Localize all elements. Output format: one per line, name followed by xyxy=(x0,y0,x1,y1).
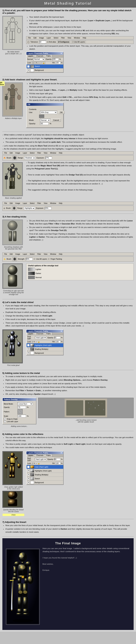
layer-row-bg2[interactable]: 👁 Background xyxy=(27,351,63,355)
fill-cancel-button[interactable]: Cancel xyxy=(51,119,61,122)
layer-eye-sketch2[interactable]: 👁 xyxy=(27,478,30,480)
dodge-menu-select[interactable]: Select xyxy=(29,202,35,204)
fill-use-select[interactable]: 50% Gray Foreground Color Background Col… xyxy=(40,111,57,114)
burn-menu-view[interactable]: View xyxy=(43,152,48,154)
use-all-layers-btn[interactable]: ☐ Use All Layers xyxy=(71,41,86,43)
vivid-fill-input[interactable] xyxy=(55,340,60,343)
burn-menu-edit[interactable]: Edit xyxy=(9,152,13,154)
dodge-menu-file[interactable]: File xyxy=(4,202,8,204)
dodge-exposure-input[interactable] xyxy=(45,207,51,210)
smudge-menu-help[interactable]: Help xyxy=(58,253,63,255)
vivid-tab-paths[interactable]: Paths xyxy=(45,332,52,335)
contiguous-button[interactable]: ☑ Contiguous xyxy=(57,41,70,43)
dodge-menu-image[interactable]: Image xyxy=(15,202,21,204)
pattern-scale-input[interactable] xyxy=(18,415,26,418)
dodge-menu-filter[interactable]: Filter xyxy=(37,202,42,204)
opacity-input[interactable] xyxy=(52,58,59,60)
menu-image[interactable]: Image xyxy=(38,37,45,39)
fill-mode-select[interactable]: Normal xyxy=(40,119,50,122)
vivid-mode-select[interactable]: Vivid LightNormalMultiply xyxy=(35,336,47,339)
fill-opacity-input[interactable] xyxy=(40,122,49,125)
smudge-menu-edit[interactable]: Edit xyxy=(9,253,13,255)
brush-preview[interactable] xyxy=(13,156,17,160)
tab-paths[interactable]: Paths xyxy=(45,55,52,57)
dodge-range-select[interactable]: HighlightsMidtonesShadows xyxy=(24,207,35,210)
layer-thumb-sketch xyxy=(30,65,34,68)
layer-row-highlights2[interactable]: 👁 Highlights (Vivid Light) xyxy=(27,469,63,473)
layer-eye-bg3[interactable]: 👁 xyxy=(27,481,30,484)
layer-row-bg3[interactable]: 👁 Background xyxy=(27,481,63,484)
smudge-menu-image[interactable]: Image xyxy=(15,253,21,255)
vivid-opacity-input[interactable] xyxy=(54,336,60,339)
lock-all-btn[interactable]: 🔒 xyxy=(42,62,45,64)
color-tab-layers[interactable]: Layers xyxy=(27,454,35,457)
pattern-blend-select[interactable]: Linear BurnNormal xyxy=(18,402,33,406)
menu-layer[interactable]: Layer xyxy=(46,37,51,39)
color-opacity-input[interactable] xyxy=(54,458,60,460)
layer-eye-highlights[interactable]: 👁 xyxy=(27,344,30,346)
menu-select[interactable]: Select xyxy=(53,37,59,39)
layer-row-sketch2[interactable]: 👁 Sketch xyxy=(27,477,63,481)
smudge-brush-preview[interactable] xyxy=(13,257,17,261)
tolerance-input[interactable] xyxy=(39,41,46,44)
range-select[interactable]: ShadowsMidtonesHighlights xyxy=(24,156,36,160)
menu-edit[interactable]: Edit xyxy=(33,37,37,39)
fill-input[interactable] xyxy=(55,62,60,64)
lock-transparent-btn[interactable]: ⬡ xyxy=(32,62,35,64)
smudge-menu-window[interactable]: Window xyxy=(49,253,57,255)
svg-point-98 xyxy=(103,409,104,410)
burn-menu-help[interactable]: Help xyxy=(58,152,63,154)
color-fill-input[interactable] xyxy=(55,462,60,464)
menu-help[interactable]: Help xyxy=(82,37,87,39)
burn-menu-filter[interactable]: Filter xyxy=(37,152,42,154)
layer-eye-bg2[interactable]: 👁 xyxy=(27,352,30,354)
layer-row-color[interactable]: 👁 Color (Hard Light) xyxy=(27,465,63,469)
vivid-tab-channels[interactable]: Channels xyxy=(35,332,45,335)
burn-menu-image[interactable]: Image xyxy=(15,152,21,154)
dodge-menu-view[interactable]: View xyxy=(43,202,48,204)
vivid-tab-layers[interactable]: Layers xyxy=(27,332,35,335)
dodge-menu-window[interactable]: Window xyxy=(49,202,57,204)
burn-menu-window[interactable]: Window xyxy=(49,152,57,154)
pattern-preview[interactable] xyxy=(18,409,23,414)
color-tab-channels[interactable]: Channels xyxy=(35,454,45,457)
layer-row-highlights[interactable]: 👁 Highlights (Vivid Light) xyxy=(27,343,63,347)
menu-file[interactable]: File xyxy=(27,37,31,39)
layer-eye-shading2[interactable]: 👁 xyxy=(27,474,30,476)
lock-image-btn[interactable]: ✎ xyxy=(35,62,38,64)
layer-eye-color[interactable]: 👁 xyxy=(27,466,30,468)
layer-eye-shading[interactable]: 👁 xyxy=(27,348,30,350)
color-mode-select[interactable]: Hard LightSoft LightNormal xyxy=(35,458,47,461)
menu-window[interactable]: Window xyxy=(73,37,81,39)
burn-menu-file[interactable]: File xyxy=(4,152,8,154)
smudge-strength-input[interactable] xyxy=(26,258,33,260)
menu-filter[interactable]: Filter xyxy=(60,37,65,39)
dodge-brush-preview[interactable] xyxy=(12,206,16,210)
blending-mode-select[interactable]: NormalMultiplyVivid Light xyxy=(33,58,45,61)
smudge-menu-file[interactable]: File xyxy=(4,253,8,255)
burn-menu-layer[interactable]: Layer xyxy=(22,152,28,154)
layer-eye-highlights2[interactable]: 👁 xyxy=(27,470,30,472)
lock-move-btn[interactable]: ↔ xyxy=(38,62,41,64)
dodge-menu-help[interactable]: Help xyxy=(58,202,63,204)
layer-eye-sketch[interactable]: 👁 xyxy=(27,65,30,68)
layer-row-shading2[interactable]: 👁 Shading (Multiply) xyxy=(27,473,63,477)
fill-ok-button[interactable]: OK xyxy=(58,111,64,114)
smudge-menu-filter[interactable]: Filter xyxy=(37,253,42,255)
burn-menu-select[interactable]: Select xyxy=(29,152,35,154)
smudge-menu-select[interactable]: Select xyxy=(29,253,35,255)
layer-row-shading[interactable]: 👁 Shading (Multiply) xyxy=(27,347,63,351)
layer-row-sketch[interactable]: 👁 Sketch xyxy=(27,64,63,68)
tab-channels[interactable]: Channels xyxy=(35,55,45,57)
menu-view[interactable]: View xyxy=(67,37,72,39)
smudge-menu-view[interactable]: View xyxy=(43,253,48,255)
dodge-menu-layer[interactable]: Layer xyxy=(22,202,28,204)
exposure-input[interactable] xyxy=(45,156,52,159)
dodge-menu-edit[interactable]: Edit xyxy=(9,202,13,204)
smudge-menu-layer[interactable]: Layer xyxy=(22,253,28,255)
pattern-opacity-input[interactable] xyxy=(18,406,26,408)
layer-eye-bg[interactable]: 👁 xyxy=(27,69,30,72)
tab-layers[interactable]: Layers xyxy=(27,55,35,57)
layer-row-bg[interactable]: 👁 Background xyxy=(27,68,63,72)
color-tab-paths[interactable]: Paths xyxy=(45,454,52,457)
